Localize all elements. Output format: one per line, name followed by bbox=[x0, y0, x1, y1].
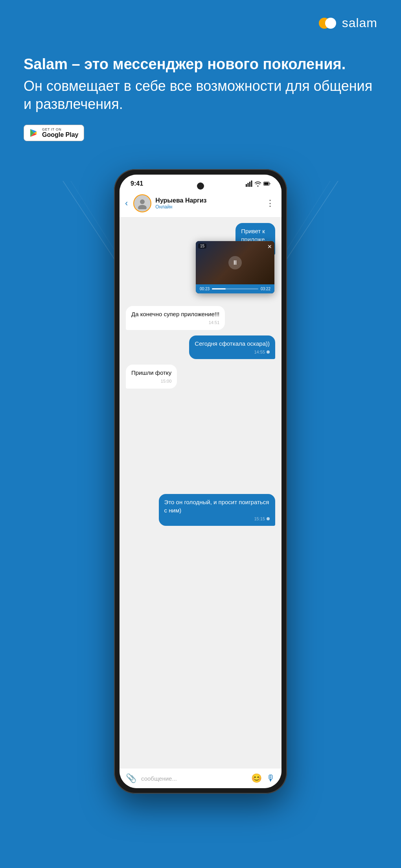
message-time: 15:15 bbox=[164, 516, 270, 522]
pause-icon: ⏸ bbox=[232, 259, 238, 266]
video-controls: 00:23 03:22 bbox=[196, 284, 274, 293]
outgoing-message-6: Это он голодный, и просит поиграться с н… bbox=[159, 494, 275, 526]
wifi-icon bbox=[254, 180, 261, 187]
contact-status: Онлайн bbox=[155, 204, 262, 210]
headline-bold: Salam – это мессенджер нового поколения. bbox=[24, 55, 377, 74]
signal-icon bbox=[245, 180, 252, 187]
video-progress-bar[interactable] bbox=[212, 288, 258, 289]
read-status bbox=[267, 517, 270, 520]
message-text: Сегодня сфоткала оскара)) bbox=[195, 339, 270, 348]
headline-area: Salam – это мессенджер нового поколения.… bbox=[24, 55, 377, 141]
svg-rect-11 bbox=[246, 184, 247, 187]
message-text: Да конечно супер приложение!!! bbox=[131, 310, 219, 318]
svg-rect-16 bbox=[264, 182, 269, 185]
phone-wrapper: 9:41 bbox=[114, 169, 287, 794]
headline-normal: Он совмещает в себе все возможности для … bbox=[24, 77, 377, 114]
battery-icon bbox=[263, 180, 270, 187]
svg-point-17 bbox=[140, 199, 145, 204]
phone-frame: 9:41 bbox=[114, 169, 287, 794]
gplay-get-it-label: GET IT ON bbox=[42, 127, 78, 131]
back-button[interactable]: ‹ bbox=[123, 197, 129, 209]
message-input-placeholder[interactable]: сообщение... bbox=[141, 775, 246, 782]
chat-body: Привет кприложе... 14:50 15 ✕ ⏸ bbox=[120, 217, 281, 768]
svg-rect-13 bbox=[249, 182, 250, 187]
video-close-button[interactable]: ✕ bbox=[267, 243, 272, 250]
message-text: Пришли фотку bbox=[131, 369, 171, 377]
gplay-name-label: Google Play bbox=[42, 131, 78, 138]
table-row: 13/546 kb 🕐 15:02 bbox=[126, 394, 275, 488]
message-time: 15:00 bbox=[131, 378, 171, 384]
microphone-icon[interactable]: 🎙 bbox=[267, 773, 275, 783]
video-time-start: 00:23 bbox=[200, 287, 210, 291]
status-icons bbox=[245, 180, 270, 187]
message-time: 14:55 bbox=[195, 349, 270, 355]
status-time: 9:41 bbox=[131, 180, 143, 187]
svg-rect-12 bbox=[248, 183, 249, 187]
read-status bbox=[267, 350, 270, 354]
incoming-message-4: Пришли фотку 15:00 bbox=[126, 365, 177, 388]
video-badge: 15 bbox=[198, 243, 206, 249]
video-play-button[interactable]: ⏸ bbox=[228, 256, 242, 269]
table-row: Это он голодный, и просит поиграться с н… bbox=[126, 494, 275, 526]
logo-text: salam bbox=[342, 16, 377, 30]
logo-area: salam bbox=[317, 16, 377, 30]
chat-header: ‹ Нурыева Наргиз Онлайн ⋮ bbox=[120, 190, 281, 217]
emoji-icon[interactable]: 😊 bbox=[251, 773, 262, 783]
table-row: Да конечно супер приложение!!! 14:51 bbox=[126, 306, 275, 330]
google-play-badge[interactable]: GET IT ON Google Play bbox=[24, 125, 84, 141]
attach-icon[interactable]: 📎 bbox=[126, 773, 136, 783]
video-progress-fill bbox=[212, 288, 226, 289]
contact-name: Нурыева Наргиз bbox=[155, 197, 262, 204]
logo-icon bbox=[317, 16, 338, 30]
message-text: Это он голодный, и просит поиграться с н… bbox=[164, 498, 270, 514]
phone-screen: 9:41 bbox=[120, 175, 281, 788]
incoming-message-2: Да конечно супер приложение!!! 14:51 bbox=[126, 306, 225, 330]
chat-input-area: 📎 сообщение... 😊 🎙 bbox=[120, 768, 281, 788]
message-time: 14:51 bbox=[131, 320, 219, 326]
svg-point-18 bbox=[138, 205, 147, 209]
video-popup[interactable]: 15 ✕ ⏸ 00:23 03:22 bbox=[196, 241, 274, 293]
svg-rect-14 bbox=[251, 181, 252, 187]
table-row: Пришли фотку 15:00 bbox=[126, 365, 275, 388]
video-thumbnail: 15 ✕ ⏸ bbox=[196, 241, 274, 284]
table-row: Сегодня сфоткала оскара)) 14:55 bbox=[126, 335, 275, 359]
google-play-icon bbox=[29, 129, 38, 137]
more-options-button[interactable]: ⋮ bbox=[266, 198, 274, 208]
contact-avatar bbox=[133, 194, 151, 212]
contact-info: Нурыева Наргиз Онлайн bbox=[155, 197, 262, 210]
camera-notch bbox=[197, 182, 204, 190]
gplay-text-block: GET IT ON Google Play bbox=[42, 127, 78, 138]
status-bar: 9:41 bbox=[120, 175, 281, 190]
outgoing-message-3: Сегодня сфоткала оскара)) 14:55 bbox=[189, 335, 275, 359]
video-time-end: 03:22 bbox=[261, 287, 270, 291]
